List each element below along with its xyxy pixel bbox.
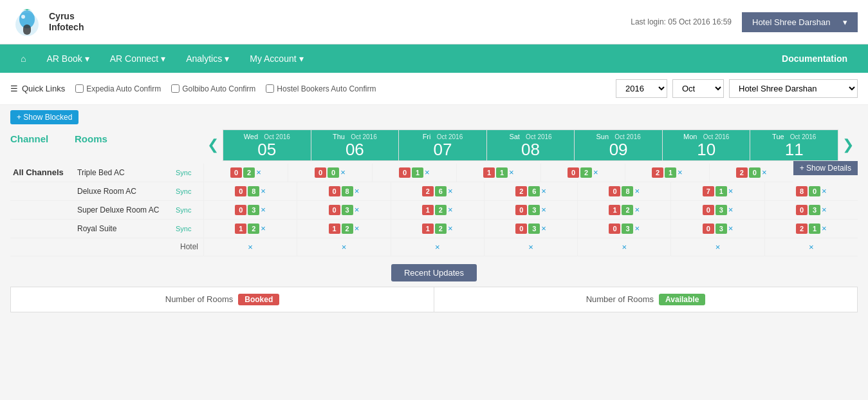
close-icon[interactable]: × xyxy=(541,224,546,233)
sync-button[interactable]: Sync xyxy=(174,167,203,178)
available-count[interactable]: 1 xyxy=(809,224,820,234)
available-count[interactable]: 0 xyxy=(749,167,761,178)
booked-count[interactable]: 0 xyxy=(329,186,340,196)
close-icon[interactable]: × xyxy=(342,242,347,252)
close-icon[interactable]: × xyxy=(634,224,640,233)
booked-count[interactable]: 1 xyxy=(329,224,340,234)
booked-count[interactable]: 2 xyxy=(796,224,808,234)
close-icon[interactable]: × xyxy=(541,186,546,196)
booked-count[interactable]: 0 xyxy=(703,205,714,215)
booked-count[interactable]: 0 xyxy=(515,224,527,234)
available-count[interactable]: 8 xyxy=(622,186,633,196)
booked-count[interactable]: 0 xyxy=(399,167,411,178)
close-icon[interactable]: × xyxy=(528,242,533,252)
booked-count[interactable]: 0 xyxy=(230,167,242,178)
available-count[interactable]: 3 xyxy=(716,224,727,234)
booked-count[interactable]: 2 xyxy=(422,186,434,196)
recent-updates-button[interactable]: Recent Updates xyxy=(391,264,477,281)
nav-documentation[interactable]: Documentation xyxy=(771,46,858,71)
close-icon[interactable]: × xyxy=(678,167,683,177)
booked-count[interactable]: 1 xyxy=(483,167,495,178)
nav-ar-connect[interactable]: AR Connect ▾ xyxy=(100,46,176,71)
close-icon[interactable]: × xyxy=(355,205,360,214)
available-count[interactable]: 3 xyxy=(248,205,259,215)
sync-button[interactable]: Sync xyxy=(174,205,203,215)
close-icon[interactable]: × xyxy=(728,224,734,233)
close-icon[interactable]: × xyxy=(822,224,827,233)
booked-count[interactable]: 2 xyxy=(515,186,527,196)
close-icon[interactable]: × xyxy=(728,186,734,196)
available-count[interactable]: 3 xyxy=(528,224,540,234)
available-count[interactable]: 2 xyxy=(342,224,353,234)
close-icon[interactable]: × xyxy=(355,186,360,196)
next-arrow[interactable]: ❯ xyxy=(838,129,858,161)
available-count[interactable]: 0 xyxy=(328,167,339,178)
close-icon[interactable]: × xyxy=(435,242,440,252)
show-details-button[interactable]: + Show Details xyxy=(793,161,858,175)
close-icon[interactable]: × xyxy=(340,167,346,177)
available-count[interactable]: 3 xyxy=(716,205,727,215)
year-select[interactable]: 2016 2015 2017 xyxy=(616,79,667,98)
close-icon[interactable]: × xyxy=(355,224,360,233)
expedia-checkbox[interactable] xyxy=(75,84,84,93)
close-icon[interactable]: × xyxy=(256,167,261,177)
close-icon[interactable]: × xyxy=(448,186,453,196)
close-icon[interactable]: × xyxy=(448,205,453,214)
booked-count[interactable]: 0 xyxy=(329,205,340,215)
close-icon[interactable]: × xyxy=(448,224,453,233)
available-count[interactable]: 3 xyxy=(809,205,820,215)
available-count[interactable]: 6 xyxy=(435,186,447,196)
show-blocked-button[interactable]: + Show Blocked xyxy=(10,110,78,124)
close-icon[interactable]: × xyxy=(541,205,546,214)
booked-count[interactable]: 2 xyxy=(652,167,663,178)
available-count[interactable]: 1 xyxy=(496,167,508,178)
sync-button[interactable]: Sync xyxy=(174,224,203,234)
close-icon[interactable]: × xyxy=(425,167,430,177)
available-count[interactable]: 1 xyxy=(716,186,727,196)
available-count[interactable]: 2 xyxy=(243,167,255,178)
nav-home-button[interactable]: ⌂ xyxy=(10,46,36,71)
close-icon[interactable]: × xyxy=(593,167,598,177)
booked-count[interactable]: 0 xyxy=(235,205,246,215)
hotel-filter-select[interactable]: Hotel Shree Darshan xyxy=(729,79,858,98)
booked-count[interactable]: 1 xyxy=(422,205,434,215)
close-icon[interactable]: × xyxy=(809,242,814,252)
available-count[interactable]: 3 xyxy=(528,205,540,215)
close-icon[interactable]: × xyxy=(822,186,827,196)
close-icon[interactable]: × xyxy=(261,224,266,233)
close-icon[interactable]: × xyxy=(634,205,640,214)
available-count[interactable]: 6 xyxy=(528,186,540,196)
close-icon[interactable]: × xyxy=(762,167,767,177)
available-count[interactable]: 2 xyxy=(622,205,633,215)
close-icon[interactable]: × xyxy=(728,205,734,214)
hotel-selector-button[interactable]: Hotel Shree Darshan ▾ xyxy=(742,12,858,32)
available-count[interactable]: 1 xyxy=(412,167,423,178)
available-count[interactable]: 0 xyxy=(809,186,820,196)
prev-arrow[interactable]: ❮ xyxy=(203,129,223,161)
nav-ar-book[interactable]: AR Book ▾ xyxy=(36,46,99,71)
booked-count[interactable]: 1 xyxy=(422,224,434,234)
booked-count[interactable]: 0 xyxy=(609,224,620,234)
nav-analytics[interactable]: Analytics ▾ xyxy=(176,46,239,71)
available-count[interactable]: 2 xyxy=(580,167,592,178)
booked-count[interactable]: 2 xyxy=(736,167,748,178)
available-count[interactable]: 2 xyxy=(435,224,447,234)
booked-count[interactable]: 1 xyxy=(235,224,246,234)
booked-count[interactable]: 0 xyxy=(315,167,326,178)
close-icon[interactable]: × xyxy=(248,242,253,252)
booked-count[interactable]: 8 xyxy=(796,186,808,196)
booked-count[interactable]: 0 xyxy=(515,205,527,215)
close-icon[interactable]: × xyxy=(622,242,627,252)
hostel-bookers-checkbox[interactable] xyxy=(266,84,274,93)
booked-count[interactable]: 0 xyxy=(568,167,579,178)
close-icon[interactable]: × xyxy=(822,205,827,214)
available-count[interactable]: 2 xyxy=(435,205,447,215)
close-icon[interactable]: × xyxy=(509,167,514,177)
available-count[interactable]: 8 xyxy=(342,186,353,196)
month-select[interactable]: Oct JanFebMarApr MayJunJulAug SepNovDec xyxy=(672,79,724,98)
nav-my-account[interactable]: My Account ▾ xyxy=(239,46,313,71)
booked-count[interactable]: 7 xyxy=(703,186,714,196)
booked-count[interactable]: 0 xyxy=(796,205,808,215)
sync-button[interactable]: Sync xyxy=(174,186,203,196)
booked-count[interactable]: 0 xyxy=(703,224,714,234)
